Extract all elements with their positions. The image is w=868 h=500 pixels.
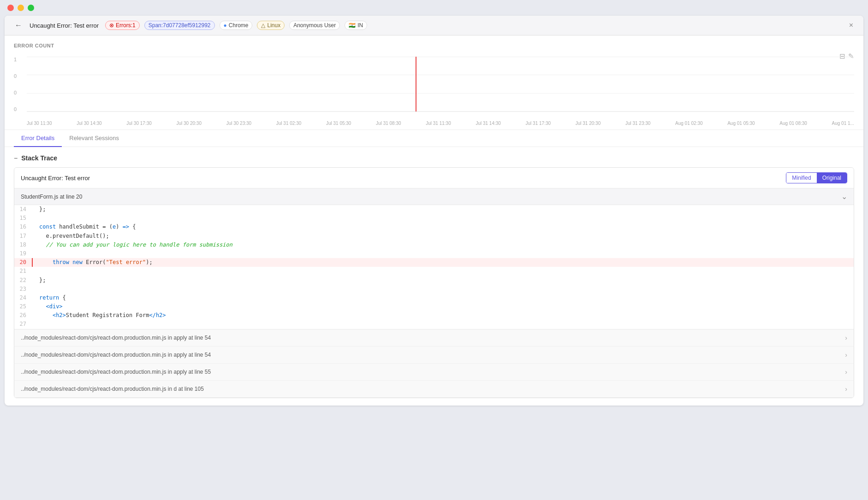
call-stack-label-2: ../node_modules/react-dom/cjs/react-dom.… bbox=[21, 369, 211, 375]
code-line-20: 20 throw new Error("Test error"); bbox=[14, 258, 854, 267]
chevron-icon-2: › bbox=[845, 368, 847, 376]
y-label-2: 0 bbox=[14, 73, 23, 79]
expand-icon: ⌄ bbox=[841, 192, 847, 201]
traffic-light-green[interactable] bbox=[28, 5, 34, 11]
call-stack-items: ../node_modules/react-dom/cjs/react-dom.… bbox=[14, 329, 854, 398]
file-location-text: StudentForm.js at line 20 bbox=[21, 194, 82, 200]
call-stack-item-0[interactable]: ../node_modules/react-dom/cjs/react-dom.… bbox=[14, 329, 854, 347]
user-label: Anonymous User bbox=[293, 22, 336, 29]
code-line-26: 26 <h2>Student Registration Form</h2> bbox=[14, 311, 854, 320]
chrome-label: Chrome bbox=[229, 22, 249, 29]
back-button[interactable]: ← bbox=[12, 20, 25, 30]
code-line-14: 14 }; bbox=[14, 205, 854, 214]
close-button[interactable]: × bbox=[846, 20, 856, 30]
original-button[interactable]: Original bbox=[817, 173, 847, 183]
badge-user[interactable]: Anonymous User bbox=[289, 21, 340, 30]
gridline-mid1 bbox=[27, 75, 854, 75]
badge-country[interactable]: 🇮🇳 IN bbox=[345, 21, 367, 30]
x-label-11: Jul 31 20:30 bbox=[576, 121, 601, 126]
code-line-27: 27 bbox=[14, 320, 854, 329]
call-stack-item-3[interactable]: ../node_modules/react-dom/cjs/react-dom.… bbox=[14, 381, 854, 398]
chevron-icon-0: › bbox=[845, 334, 847, 341]
code-line-21: 21 bbox=[14, 267, 854, 276]
badge-linux[interactable]: △ Linux bbox=[257, 21, 285, 30]
view-toggle: Minified Original bbox=[786, 172, 847, 183]
code-line-16: 16 const handleSubmit = (e) => { bbox=[14, 223, 854, 231]
traffic-light-yellow[interactable] bbox=[18, 5, 24, 11]
code-block: 14 }; 15 16 const handleSubmit = (e) => … bbox=[14, 205, 854, 329]
x-label-10: Jul 31 17:30 bbox=[526, 121, 551, 126]
linux-icon: △ bbox=[261, 22, 265, 29]
minified-button[interactable]: Minified bbox=[786, 173, 816, 183]
call-stack-label-1: ../node_modules/react-dom/cjs/react-dom.… bbox=[21, 352, 211, 358]
call-stack-label-3: ../node_modules/react-dom/cjs/react-dom.… bbox=[21, 386, 204, 392]
x-label-8: Jul 31 11:30 bbox=[426, 121, 451, 126]
stack-trace-error-title: Uncaught Error: Test error bbox=[21, 175, 90, 182]
chart-y-labels: 1 0 0 0 bbox=[14, 57, 23, 112]
chart-area bbox=[27, 57, 854, 112]
gridline-bottom bbox=[27, 111, 854, 112]
tab-error-details[interactable]: Error Details bbox=[14, 130, 62, 147]
x-label-14: Aug 01 05:30 bbox=[727, 121, 755, 126]
window-title: Uncaught Error: Test error bbox=[30, 22, 99, 29]
section-title: Stack Trace bbox=[21, 154, 57, 162]
x-label-7: Jul 31 08:30 bbox=[376, 121, 401, 126]
x-label-4: Jul 30 23:30 bbox=[226, 121, 252, 126]
code-line-18: 18 // You can add your logic here to han… bbox=[14, 241, 854, 249]
call-stack-item-2[interactable]: ../node_modules/react-dom/cjs/react-dom.… bbox=[14, 364, 854, 381]
code-line-24: 24 return { bbox=[14, 294, 854, 302]
x-label-5: Jul 31 02:30 bbox=[276, 121, 302, 126]
call-stack-label-0: ../node_modules/react-dom/cjs/react-dom.… bbox=[21, 335, 211, 341]
code-line-25: 25 <div> bbox=[14, 302, 854, 311]
tab-relevant-sessions[interactable]: Relevant Sessions bbox=[62, 130, 126, 147]
x-label-16: Aug 01 1... bbox=[832, 121, 854, 126]
section-header: − Stack Trace bbox=[14, 154, 854, 162]
x-label-2: Jul 30 17:30 bbox=[126, 121, 152, 126]
chrome-icon: ● bbox=[224, 22, 227, 29]
code-line-23: 23 bbox=[14, 285, 854, 294]
call-stack-item-1[interactable]: ../node_modules/react-dom/cjs/react-dom.… bbox=[14, 347, 854, 364]
y-label-1: 1 bbox=[14, 57, 23, 62]
span-label: Span:7d07728ef5912992 bbox=[149, 22, 211, 29]
window-header: ← Uncaught Error: Test error ⊗ Errors:1 … bbox=[5, 16, 863, 35]
y-label-3: 0 bbox=[14, 90, 23, 95]
x-label-3: Jul 30 20:30 bbox=[176, 121, 202, 126]
chevron-icon-1: › bbox=[845, 351, 847, 359]
stack-trace-box: Uncaught Error: Test error Minified Orig… bbox=[14, 167, 854, 398]
country-label: IN bbox=[357, 22, 363, 29]
chart-container: ⊟ ✎ 1 0 0 0 Jul 30 11:30 bbox=[14, 52, 854, 126]
chevron-icon-3: › bbox=[845, 385, 847, 393]
errors-label: Errors:1 bbox=[116, 22, 136, 29]
gridline-top bbox=[27, 57, 854, 57]
code-line-22: 22 }; bbox=[14, 276, 854, 285]
x-label-15: Aug 01 08:30 bbox=[779, 121, 807, 126]
country-flag-icon: 🇮🇳 bbox=[349, 22, 356, 29]
code-line-15: 15 bbox=[14, 214, 854, 223]
x-label-12: Jul 31 23:30 bbox=[625, 121, 651, 126]
traffic-lights bbox=[7, 5, 34, 11]
errors-icon: ⊗ bbox=[109, 22, 114, 29]
stack-trace-box-header: Uncaught Error: Test error Minified Orig… bbox=[14, 168, 854, 188]
main-window: ← Uncaught Error: Test error ⊗ Errors:1 … bbox=[5, 16, 863, 406]
title-bar bbox=[0, 0, 868, 16]
chart-label: ERROR COUNT bbox=[14, 43, 854, 48]
x-label-9: Jul 31 14:30 bbox=[476, 121, 501, 126]
x-label-6: Jul 31 05:30 bbox=[326, 121, 351, 126]
collapse-button[interactable]: − bbox=[14, 154, 18, 162]
badge-span[interactable]: Span:7d07728ef5912992 bbox=[144, 21, 215, 30]
tabs-row: Error Details Relevant Sessions bbox=[5, 130, 863, 147]
file-location-bar[interactable]: StudentForm.js at line 20 ⌄ bbox=[14, 188, 854, 205]
x-label-13: Aug 01 02:30 bbox=[675, 121, 703, 126]
gridline-mid2 bbox=[27, 93, 854, 94]
code-line-19: 19 bbox=[14, 249, 854, 258]
badge-errors[interactable]: ⊗ Errors:1 bbox=[105, 21, 140, 30]
code-line-17: 17 e.preventDefault(); bbox=[14, 232, 854, 241]
traffic-light-red[interactable] bbox=[7, 5, 14, 11]
y-label-4: 0 bbox=[14, 106, 23, 112]
chart-x-labels: Jul 30 11:30 Jul 30 14:30 Jul 30 17:30 J… bbox=[27, 121, 854, 126]
x-label-0: Jul 30 11:30 bbox=[27, 121, 52, 126]
badge-chrome[interactable]: ● Chrome bbox=[220, 21, 253, 30]
linux-label: Linux bbox=[267, 22, 280, 29]
chart-spike bbox=[416, 57, 416, 112]
stack-trace-section: − Stack Trace Uncaught Error: Test error… bbox=[5, 147, 863, 406]
